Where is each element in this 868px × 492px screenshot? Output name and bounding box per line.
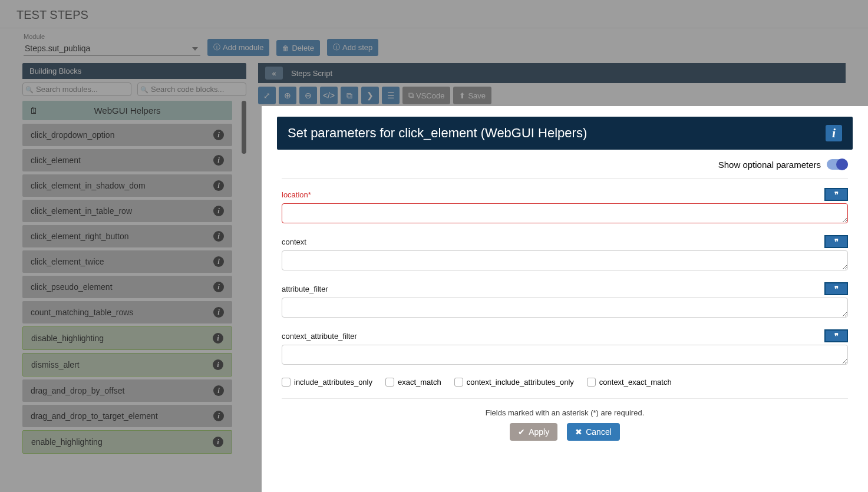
param-input-attribute_filter[interactable] bbox=[282, 298, 848, 318]
modal-body: Show optional parameters location*❞conte… bbox=[277, 150, 853, 441]
checkbox[interactable] bbox=[385, 378, 394, 387]
apply-button[interactable]: ✔Apply bbox=[510, 423, 557, 441]
param-context_attribute_filter: context_attribute_filter❞ bbox=[282, 329, 848, 367]
modal-actions: ✔Apply ✖Cancel bbox=[282, 423, 848, 441]
check-label: context_exact_match bbox=[599, 378, 672, 387]
check-label: context_include_attributes_only bbox=[467, 378, 574, 387]
param-modal: Set parameters for click_element (WebGUI… bbox=[262, 106, 868, 492]
check-include_attributes_only[interactable]: include_attributes_only bbox=[282, 378, 372, 387]
param-input-location[interactable] bbox=[282, 203, 848, 223]
param-input-context_attribute_filter[interactable] bbox=[282, 345, 848, 365]
param-label: context_attribute_filter bbox=[282, 332, 357, 341]
param-row: attribute_filter❞ bbox=[282, 282, 848, 295]
quote-button[interactable]: ❞ bbox=[824, 282, 848, 295]
checks-row: include_attributes_onlyexact_matchcontex… bbox=[282, 378, 848, 399]
check-label: exact_match bbox=[398, 378, 441, 387]
modal-info-button[interactable]: i bbox=[826, 125, 842, 141]
quote-button[interactable]: ❞ bbox=[824, 329, 848, 342]
show-optional-label: Show optional parameters bbox=[718, 160, 821, 170]
param-context: context❞ bbox=[282, 235, 848, 273]
modal-title: Set parameters for click_element (WebGUI… bbox=[288, 126, 587, 141]
close-icon: ✖ bbox=[575, 427, 582, 437]
param-attribute_filter: attribute_filter❞ bbox=[282, 282, 848, 320]
param-row: context❞ bbox=[282, 235, 848, 248]
cancel-button[interactable]: ✖Cancel bbox=[567, 423, 620, 441]
param-row: context_attribute_filter❞ bbox=[282, 329, 848, 342]
checkbox[interactable] bbox=[282, 378, 291, 387]
apply-label: Apply bbox=[529, 427, 549, 437]
param-label: attribute_filter bbox=[282, 285, 328, 293]
check-icon: ✔ bbox=[518, 427, 525, 437]
checkbox[interactable] bbox=[454, 378, 463, 387]
modal-header: Set parameters for click_element (WebGUI… bbox=[277, 117, 853, 150]
params-container: location*❞context❞attribute_filter❞conte… bbox=[282, 188, 848, 367]
quote-button[interactable]: ❞ bbox=[824, 235, 848, 248]
toggle-knob bbox=[836, 159, 848, 170]
param-location: location*❞ bbox=[282, 188, 848, 226]
param-row: location*❞ bbox=[282, 188, 848, 201]
check-label: include_attributes_only bbox=[294, 378, 372, 387]
check-context_exact_match[interactable]: context_exact_match bbox=[587, 378, 672, 387]
checkbox[interactable] bbox=[587, 378, 596, 387]
footer-note: Fields marked with an asterisk (*) are r… bbox=[282, 408, 848, 417]
param-label: location* bbox=[282, 190, 311, 199]
param-input-context[interactable] bbox=[282, 250, 848, 270]
quote-button[interactable]: ❞ bbox=[824, 188, 848, 201]
check-exact_match[interactable]: exact_match bbox=[385, 378, 441, 387]
param-label: context bbox=[282, 237, 306, 246]
cancel-label: Cancel bbox=[586, 427, 612, 437]
check-context_include_attributes_only[interactable]: context_include_attributes_only bbox=[454, 378, 574, 387]
show-optional-toggle[interactable] bbox=[827, 159, 848, 170]
show-optional-row: Show optional parameters bbox=[282, 159, 848, 179]
